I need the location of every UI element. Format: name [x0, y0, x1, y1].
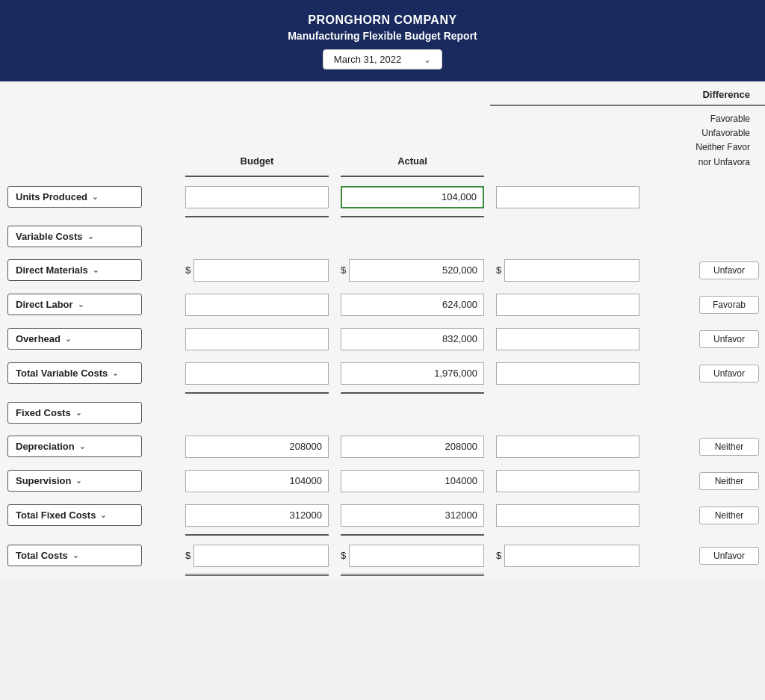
diff-cell-total-fixed-costs — [490, 504, 645, 527]
actual-cell-total-costs: $ — [335, 545, 490, 567]
actual-input-depreciation[interactable] — [341, 436, 484, 458]
label-cell-units-produced: Units Produced ⌄ — [0, 186, 179, 208]
actual-cell-total-variable-costs — [335, 362, 490, 385]
label-text-units-produced: Units Produced — [16, 191, 87, 202]
budget-cell-total-variable-costs — [179, 362, 335, 385]
diff-input-total-variable-costs[interactable] — [496, 362, 639, 385]
diff-sub-header: Favorable Unfavorable Neither Favor nor … — [490, 112, 765, 170]
budget-input-overhead[interactable] — [185, 328, 329, 350]
label-btn-direct-materials[interactable]: Direct Materials ⌄ — [7, 259, 142, 281]
section-label-cell: Fixed Costs ⌄ — [0, 402, 179, 424]
section-label-btn-variable-costs[interactable]: Variable Costs ⌄ — [7, 226, 142, 247]
actual-column-header: Actual — [335, 152, 490, 170]
dollar-sign-actual: $ — [341, 550, 346, 561]
diff-input-direct-materials[interactable] — [504, 259, 639, 282]
label-btn-supervision[interactable]: Supervision ⌄ — [7, 470, 142, 492]
status-tag-overhead: Unfavor — [699, 330, 759, 348]
status-tag-total-variable-costs: Unfavor — [699, 365, 759, 382]
label-btn-direct-labor[interactable]: Direct Labor ⌄ — [7, 294, 142, 315]
actual-input-direct-materials[interactable] — [349, 259, 484, 282]
label-cell-total-costs: Total Costs ⌄ — [0, 545, 179, 566]
section-row-fixed-costs: Fixed Costs ⌄ — [0, 397, 765, 430]
budget-cell-overhead — [179, 328, 335, 350]
actual-input-total-variable-costs[interactable] — [341, 362, 484, 385]
budget-input-direct-materials[interactable] — [193, 259, 329, 282]
actual-cell-units-produced — [335, 186, 490, 208]
report-area: Difference Budget Actual Favorable Unfav… — [0, 81, 765, 579]
label-text-direct-materials: Direct Materials — [16, 264, 88, 276]
status-cell-depreciation: Neither — [645, 438, 765, 456]
label-btn-total-variable-costs[interactable]: Total Variable Costs ⌄ — [7, 362, 142, 384]
actual-cell-direct-labor — [335, 294, 490, 316]
label-btn-total-costs[interactable]: Total Costs ⌄ — [7, 545, 142, 566]
actual-cell-supervision — [335, 470, 490, 492]
chevron-down-icon: ⌄ — [424, 55, 431, 65]
chevron-down-icon: ⌄ — [75, 409, 81, 417]
status-cell-total-fixed-costs: Neither — [645, 507, 765, 524]
diff-input-overhead[interactable] — [496, 328, 639, 350]
date-selector-button[interactable]: March 31, 2022 ⌄ — [323, 49, 442, 69]
company-name: PRONGHORN COMPANY — [15, 13, 750, 27]
budget-cell-units-produced — [179, 186, 335, 208]
actual-input-total-costs[interactable] — [349, 545, 484, 567]
diff-cell-overhead — [490, 328, 645, 350]
diff-cell-direct-labor — [490, 294, 645, 316]
data-row-direct-materials: Direct Materials ⌄ $ $ $ Unfavor — [0, 253, 765, 288]
chevron-down-icon: ⌄ — [112, 369, 118, 377]
budget-input-total-variable-costs[interactable] — [185, 362, 329, 385]
actual-input-total-fixed-costs[interactable] — [341, 504, 484, 527]
label-cell-overhead: Overhead ⌄ — [0, 328, 179, 350]
diff-input-direct-labor[interactable] — [496, 294, 639, 316]
chevron-down-icon: ⌄ — [79, 442, 85, 450]
status-cell-overhead: Unfavor — [645, 330, 765, 348]
label-text-total-fixed-costs: Total Fixed Costs — [16, 509, 96, 521]
dollar-sign-diff: $ — [496, 550, 501, 561]
status-cell-total-variable-costs: Unfavor — [645, 365, 765, 382]
chevron-down-icon: ⌄ — [93, 266, 99, 274]
section-row-variable-costs: Variable Costs ⌄ — [0, 220, 765, 253]
difference-header: Difference — [490, 89, 765, 106]
report-title: Manufacturing Flexible Budget Report — [15, 30, 750, 42]
diff-cell-units-produced — [490, 186, 645, 208]
diff-cell-total-costs: $ — [490, 545, 645, 567]
budget-input-total-costs[interactable] — [193, 545, 329, 567]
underline-after-total-variable-costs — [0, 391, 765, 397]
label-text-direct-labor: Direct Labor — [16, 299, 73, 310]
chevron-down-icon: ⌄ — [65, 335, 71, 343]
dollar-sign-diff: $ — [496, 264, 501, 276]
budget-input-direct-labor[interactable] — [185, 294, 329, 316]
status-cell-direct-materials: Unfavor — [645, 261, 765, 279]
label-btn-total-fixed-costs[interactable]: Total Fixed Costs ⌄ — [7, 504, 142, 526]
status-tag-supervision: Neither — [699, 472, 759, 490]
diff-cell-total-variable-costs — [490, 362, 645, 385]
label-btn-overhead[interactable]: Overhead ⌄ — [7, 328, 142, 350]
diff-cell-supervision — [490, 470, 645, 492]
actual-input-direct-labor[interactable] — [341, 294, 484, 316]
budget-cell-total-fixed-costs — [179, 504, 335, 527]
actual-input-overhead[interactable] — [341, 328, 484, 350]
diff-cell-depreciation — [490, 436, 645, 458]
diff-input-units-produced[interactable] — [496, 186, 639, 208]
budget-input-supervision[interactable] — [185, 470, 329, 492]
chevron-down-icon: ⌄ — [78, 300, 84, 309]
budget-input-total-fixed-costs[interactable] — [185, 504, 329, 527]
budget-input-units-produced[interactable] — [185, 186, 329, 208]
budget-cell-total-costs: $ — [179, 545, 335, 567]
actual-input-supervision[interactable] — [341, 470, 484, 492]
section-label-cell: Variable Costs ⌄ — [0, 226, 179, 247]
diff-input-depreciation[interactable] — [496, 436, 639, 458]
data-row-units-produced: Units Produced ⌄ — [0, 180, 765, 214]
dollar-sign-actual: $ — [341, 264, 346, 276]
diff-input-supervision[interactable] — [496, 470, 639, 492]
diff-input-total-fixed-costs[interactable] — [496, 504, 639, 527]
label-btn-depreciation[interactable]: Depreciation ⌄ — [7, 436, 142, 457]
budget-input-depreciation[interactable] — [185, 436, 329, 458]
section-label-btn-fixed-costs[interactable]: Fixed Costs ⌄ — [7, 402, 142, 424]
dollar-sign: $ — [185, 264, 191, 276]
actual-input-units-produced[interactable] — [341, 186, 484, 208]
actual-cell-direct-materials: $ — [335, 259, 490, 282]
diff-input-total-costs[interactable] — [504, 545, 639, 567]
label-btn-units-produced[interactable]: Units Produced ⌄ — [7, 186, 142, 208]
label-text-overhead: Overhead — [16, 333, 61, 344]
status-tag-direct-materials: Unfavor — [699, 261, 759, 279]
